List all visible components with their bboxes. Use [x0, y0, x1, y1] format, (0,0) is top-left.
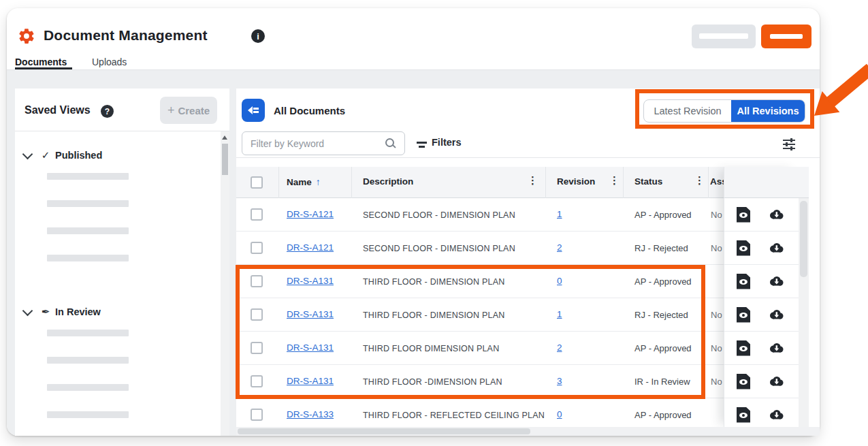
revision-link[interactable]: 2	[557, 242, 562, 253]
scroll-up-arrow-icon[interactable]	[222, 136, 227, 140]
status-text: AP - Approved	[634, 343, 692, 353]
download-icon[interactable]	[769, 242, 784, 253]
revision-link[interactable]: 3	[557, 376, 562, 386]
filter-keyword-input[interactable]	[242, 131, 405, 155]
saved-views-list: ✓ Published ✒ In Review	[15, 131, 221, 436]
view-file-icon[interactable]	[737, 340, 750, 356]
row-checkbox[interactable]	[251, 208, 263, 221]
download-icon[interactable]	[769, 309, 784, 320]
toggle-all-revisions[interactable]: All Revisions	[731, 100, 805, 122]
document-management-screen: Document Management i Documents Uploads …	[0, 0, 868, 446]
column-header-name[interactable]: Name↑	[287, 176, 321, 187]
kebab-menu-icon[interactable]: ⋮	[609, 174, 620, 187]
row-checkbox[interactable]	[251, 242, 263, 254]
search-icon[interactable]	[385, 138, 396, 149]
download-icon[interactable]	[769, 276, 784, 287]
toggle-latest-revision[interactable]: Latest Revision	[644, 100, 731, 122]
kebab-menu-icon[interactable]: ⋮	[528, 174, 538, 187]
column-settings-icon[interactable]	[783, 138, 797, 150]
chevron-down-icon	[22, 305, 33, 316]
column-divider	[623, 167, 624, 198]
placeholder-bar	[47, 357, 129, 364]
document-description: THIRD FLOOR -DIMENSION PLAN	[363, 377, 502, 387]
revision-link[interactable]: 2	[557, 343, 562, 353]
column-header-description[interactable]: Description	[363, 176, 413, 187]
select-all-checkbox[interactable]	[251, 176, 263, 189]
document-description: THIRD FLOOR - DIMENSION PLAN	[363, 310, 504, 320]
tab-documents[interactable]: Documents	[15, 57, 67, 67]
revision-link[interactable]: 0	[557, 276, 562, 286]
check-icon: ✓	[39, 149, 52, 161]
document-name-link[interactable]: DR-S-A121	[287, 242, 334, 253]
row-checkbox[interactable]	[251, 275, 263, 287]
collapse-sidebar-button[interactable]	[242, 99, 265, 122]
view-file-icon[interactable]	[737, 207, 750, 223]
plus-icon: +	[167, 103, 175, 118]
download-icon[interactable]	[769, 376, 784, 387]
placeholder-bar	[47, 200, 129, 207]
table-row: DR-S-A121 SECOND FLOOR - DIMENSION PLAN …	[236, 198, 724, 232]
gear-icon	[18, 27, 35, 45]
saved-views-panel: Saved Views ? + Create ✓ Published ✒ In …	[15, 89, 229, 436]
row-checkbox[interactable]	[251, 342, 263, 354]
placeholder-bar	[47, 227, 129, 234]
download-icon[interactable]	[769, 409, 784, 420]
actions-body	[724, 198, 799, 427]
revision-toggle: Latest Revision All Revisions	[643, 99, 805, 123]
horizontal-scrollbar[interactable]	[236, 427, 820, 436]
view-file-icon[interactable]	[737, 374, 750, 389]
view-file-icon[interactable]	[737, 274, 750, 289]
view-file-icon[interactable]	[737, 407, 750, 423]
status-text: RJ - Rejected	[634, 310, 688, 320]
document-description: THIRD FLOOR DIMENSION PLAN	[363, 344, 499, 353]
download-icon[interactable]	[769, 343, 784, 353]
row-checkbox[interactable]	[251, 409, 263, 421]
column-header-status[interactable]: Status	[634, 176, 662, 187]
tab-uploads[interactable]: Uploads	[92, 57, 127, 67]
scrollbar-thumb[interactable]	[800, 201, 807, 277]
document-name-link[interactable]: DR-S-A131	[287, 343, 334, 353]
group-header-in-review[interactable]: ✒ In Review	[22, 305, 221, 319]
placeholder-bar	[699, 33, 748, 39]
view-file-icon[interactable]	[737, 307, 750, 323]
assignee-text: No	[711, 343, 723, 353]
saved-views-group-in-review: ✒ In Review	[22, 305, 221, 418]
sidebar-scrollbar[interactable]	[221, 131, 229, 436]
secondary-placeholder-button[interactable]	[692, 25, 756, 48]
filters-button[interactable]: Filters	[432, 137, 462, 148]
document-description: THIRD FLOOR - REFLECTED CEILING PLAN	[363, 411, 545, 420]
row-checkbox[interactable]	[251, 308, 263, 321]
vertical-scrollbar[interactable]	[799, 198, 809, 427]
scrollbar-thumb[interactable]	[238, 428, 530, 434]
document-name-link[interactable]: DR-S-A121	[287, 209, 334, 219]
row-actions	[724, 198, 799, 232]
revision-link[interactable]: 1	[557, 209, 562, 219]
download-icon[interactable]	[769, 209, 784, 220]
view-file-icon[interactable]	[737, 240, 750, 256]
document-name-link[interactable]: DR-S-A133	[287, 409, 334, 419]
scrollbar-thumb[interactable]	[222, 144, 228, 175]
document-name-link[interactable]: DR-S-A131	[287, 376, 334, 386]
revision-link[interactable]: 1	[557, 309, 562, 319]
group-label: In Review	[55, 306, 101, 317]
documents-panel: All Documents Latest Revision All Revisi…	[236, 89, 820, 436]
placeholder-bar	[47, 411, 129, 418]
table-row: DR-S-A131 THIRD FLOOR - DIMENSION PLAN 0…	[236, 265, 724, 298]
revision-link[interactable]: 0	[557, 409, 562, 419]
row-actions	[724, 365, 799, 398]
column-header-revision[interactable]: Revision	[557, 176, 595, 187]
saved-views-title: Saved Views	[25, 104, 91, 116]
document-name-link[interactable]: DR-S-A131	[287, 276, 334, 286]
help-icon[interactable]: ?	[101, 105, 114, 118]
filter-icon	[417, 141, 428, 149]
row-actions	[724, 265, 799, 298]
info-icon[interactable]: i	[251, 29, 265, 43]
group-header-published[interactable]: ✓ Published	[22, 148, 221, 162]
status-text: AP - Approved	[634, 410, 692, 420]
create-view-button[interactable]: + Create	[160, 97, 217, 124]
row-checkbox[interactable]	[251, 375, 263, 387]
column-divider	[708, 167, 709, 198]
primary-placeholder-button[interactable]	[761, 25, 811, 48]
document-name-link[interactable]: DR-S-A131	[287, 309, 334, 319]
kebab-menu-icon[interactable]: ⋮	[694, 174, 705, 187]
